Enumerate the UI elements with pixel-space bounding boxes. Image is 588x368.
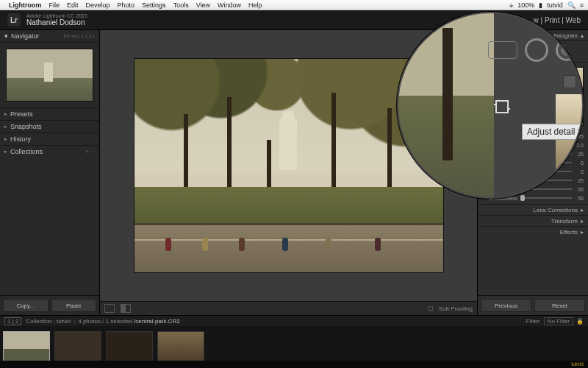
mac-menubar: Lightroom File Edit Develop Photo Settin…	[0, 0, 588, 10]
collection-label: Collection :	[26, 318, 55, 325]
reset-button[interactable]: Reset	[534, 299, 585, 312]
presets-section[interactable]: ▸Presets	[0, 107, 99, 120]
filter-lock-icon[interactable]: 🔒	[576, 318, 584, 325]
status-bar: 1 | 2 Collection : tutvid | 4 photos / 1…	[0, 315, 588, 326]
filmstrip-thumb[interactable]	[3, 331, 50, 364]
menu-photo[interactable]: Photo	[118, 1, 135, 9]
left-panel: ▾ Navigator FIT FILL 1:1 3:1 ▸Presets ▸S…	[0, 30, 100, 315]
app-menu[interactable]: Lightroom	[9, 1, 42, 9]
filter-dropdown[interactable]: No Filter	[544, 317, 573, 325]
snapshots-section[interactable]: ▸Snapshots	[0, 120, 99, 132]
menu-develop[interactable]: Develop	[86, 1, 110, 9]
nav-zoom-levels[interactable]: FIT FILL 1:1 3:1	[64, 34, 95, 38]
detail-target-icon[interactable]	[495, 100, 509, 113]
transform-accordion[interactable]: Transform▸	[478, 215, 588, 226]
filmstrip-thumb[interactable]	[54, 331, 101, 364]
navigator-header[interactable]: ▾ Navigator FIT FILL 1:1 3:1	[0, 30, 99, 43]
mag-spot-tool-icon[interactable]	[525, 38, 548, 62]
copy-button[interactable]: Copy...	[3, 299, 49, 312]
filmstrip-thumb[interactable]	[157, 331, 204, 364]
watermark: tutvid	[571, 361, 584, 367]
menu-settings[interactable]: Settings	[142, 1, 166, 9]
menu-edit[interactable]: Edit	[67, 1, 79, 9]
photo-count: 4 photos / 1 selected	[78, 318, 132, 325]
mag-checkbox[interactable]	[563, 75, 576, 88]
menu-help[interactable]: Help	[248, 1, 262, 9]
wifi-icon[interactable]: ⏚	[509, 1, 513, 9]
before-after-icon[interactable]	[121, 304, 131, 313]
filename: /central-park.CR2	[134, 318, 180, 325]
paste-button[interactable]: Paste	[51, 299, 97, 312]
mag-crop-tool-icon[interactable]	[488, 41, 517, 59]
lens-corrections-accordion[interactable]: Lens Corrections▸	[478, 204, 588, 215]
filmstrip-thumb[interactable]	[106, 331, 153, 364]
view-switch-icon[interactable]: 1 | 2	[4, 317, 21, 325]
battery-text: 100%	[517, 1, 534, 9]
collection-name[interactable]: tutvid	[57, 318, 71, 325]
photo-preview[interactable]	[134, 58, 444, 273]
effects-accordion[interactable]: Effects▸	[478, 226, 588, 237]
menu-extras-icon[interactable]: ≡	[580, 1, 584, 9]
secondary-toolbar: ☐ Soft Proofing	[100, 301, 477, 315]
filter-label: Filter:	[526, 318, 541, 325]
collections-section[interactable]: ▸Collections+ −	[0, 145, 99, 158]
soft-proofing-toggle[interactable]: Soft Proofing	[439, 305, 473, 312]
mac-user[interactable]: tutvid	[547, 1, 563, 9]
previous-button[interactable]: Previous	[481, 299, 531, 312]
battery-icon[interactable]: ▮	[539, 1, 542, 9]
menu-view[interactable]: View	[196, 1, 210, 9]
video-footer	[0, 361, 588, 368]
menu-tools[interactable]: Tools	[173, 1, 189, 9]
navigator-thumbnail[interactable]	[6, 49, 93, 102]
module-right[interactable]: w | Print | Web	[534, 16, 581, 24]
history-section[interactable]: ▸History	[0, 132, 99, 145]
identity-plate[interactable]: Nathaniel Dodson	[26, 18, 87, 26]
loupe-view-icon[interactable]	[104, 304, 115, 313]
lr-logo-icon: Lr	[7, 13, 21, 26]
menu-file[interactable]: File	[49, 1, 60, 9]
app-subtitle: Adobe Lightroom CC 2015	[26, 13, 87, 19]
menu-window[interactable]: Window	[218, 1, 241, 9]
tooltip: Adjust detail zoom a	[522, 124, 584, 140]
zoom-magnifier-overlay: Origin Adjust detail zoom a	[397, 12, 584, 199]
spotlight-icon[interactable]: 🔍	[567, 1, 576, 9]
